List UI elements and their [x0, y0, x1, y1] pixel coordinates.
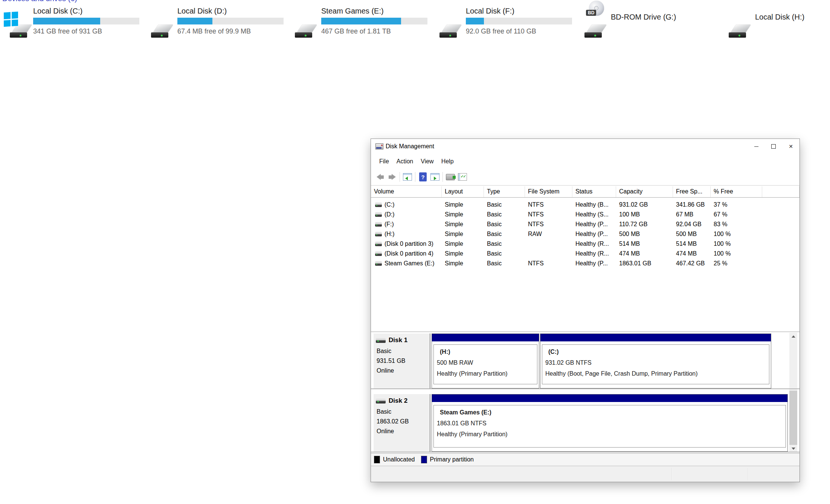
volume-cell: 37 % [711, 201, 762, 208]
column-header-free-sp-[interactable]: Free Sp... [673, 186, 711, 197]
drive-tile[interactable]: Local Disk (F:)92.0 GB free of 110 GB [436, 7, 576, 40]
column-header-layout[interactable]: Layout [442, 186, 484, 197]
volume-row[interactable]: Steam Games (E:)SimpleBasicNTFSHealthy (… [371, 259, 799, 268]
legend-label: Unallocated [383, 456, 415, 463]
capacity-bar [321, 18, 427, 24]
volume-cell: Healthy (R... [572, 250, 616, 257]
volume-cell: 67 MB [673, 211, 711, 218]
menu-item-help[interactable]: Help [438, 157, 458, 166]
partition-color-band [432, 334, 539, 342]
titlebar[interactable]: Disk Management [371, 139, 799, 154]
disk-info-box[interactable]: Disk 2Basic1863.02 GBOnline [374, 394, 430, 452]
partition[interactable]: Steam Games (E:)1863.01 GB NTFSHealthy (… [432, 394, 788, 452]
volume-cell: 25 % [711, 260, 762, 267]
menubar: FileActionViewHelp [371, 154, 799, 169]
column-header--free[interactable]: % Free [711, 186, 762, 197]
volume-name-cell: (H:) [371, 231, 442, 238]
volume-cell: 500 MB [616, 231, 673, 238]
close-button[interactable] [782, 139, 799, 154]
disk-info-box[interactable]: Disk 1Basic931.51 GBOnline [374, 333, 430, 388]
toolbar-popup-button[interactable] [444, 171, 456, 183]
volume-row[interactable]: (Disk 0 partition 3)SimpleBasicHealthy (… [371, 239, 799, 249]
partition[interactable]: (H:)500 MB RAWHealthy (Primary Partition… [432, 333, 539, 388]
volume-cell: 100 % [711, 241, 762, 247]
disk-icon [376, 399, 386, 404]
column-header-file-system[interactable]: File System [525, 186, 572, 197]
toolbar-back-button[interactable] [374, 171, 386, 183]
menu-item-file[interactable]: File [375, 157, 393, 166]
drive-name: Local Disk (H:) [755, 13, 830, 21]
drive-tile[interactable]: Local Disk (H:) [725, 7, 830, 40]
column-header-status[interactable]: Status [572, 186, 616, 197]
statusbar [371, 466, 799, 482]
volume-cell: Basic [484, 221, 525, 228]
toolbar-help-button[interactable]: ? [417, 171, 429, 183]
toolbar-show-action-button[interactable] [429, 171, 441, 183]
column-header-capacity[interactable]: Capacity [616, 186, 673, 197]
drive-tile[interactable]: Steam Games (E:)467 GB free of 1.81 TB [291, 7, 431, 40]
toolbar-console-tree-button[interactable] [401, 171, 413, 183]
volume-cell: 100 % [711, 231, 762, 238]
volume-name-cell: (Disk 0 partition 4) [371, 250, 442, 257]
volume-cell: Healthy (B... [572, 201, 616, 208]
partition-area: Steam Games (E:)1863.01 GB NTFSHealthy (… [432, 394, 788, 452]
hard-drive-icon [725, 7, 755, 40]
drive-name: Local Disk (D:) [177, 7, 287, 15]
menu-item-view[interactable]: View [417, 157, 437, 166]
volume-list-pane: VolumeLayoutTypeFile SystemStatusCapacit… [371, 185, 799, 332]
drive-name: BD-ROM Drive (G:) [611, 13, 721, 21]
volume-cell: Healthy (P... [572, 231, 616, 238]
volume-row[interactable]: (C:)SimpleBasicNTFSHealthy (B...931.02 G… [371, 200, 799, 210]
disk-management-icon [375, 143, 383, 149]
partition-color-band [540, 334, 771, 342]
legend-item: Primary partition [421, 456, 474, 463]
column-header-type[interactable]: Type [484, 186, 525, 197]
toolbar-checklist-button[interactable] [456, 171, 468, 183]
toolbar-forward-button[interactable] [386, 171, 398, 183]
disk-type: Basic [377, 407, 430, 417]
partition-legend: UnallocatedPrimary partition [371, 453, 799, 466]
legend-swatch [421, 456, 427, 463]
legend-swatch [374, 456, 380, 463]
column-header-filler [762, 186, 799, 197]
disk-size: 931.51 GB [377, 356, 430, 366]
volume-name-cell: (D:) [371, 211, 442, 218]
caption-buttons [748, 139, 799, 154]
volume-row[interactable]: (Disk 0 partition 4)SimpleBasicHealthy (… [371, 249, 799, 259]
free-space-text: 341 GB free of 931 GB [33, 27, 143, 35]
volume-cell: 474 MB [673, 250, 711, 257]
menu-item-action[interactable]: Action [393, 157, 417, 166]
hard-drive-icon [3, 7, 33, 40]
capacity-bar-fill [177, 18, 212, 24]
volume-icon [375, 232, 382, 236]
partition-size-line: 500 MB RAW [437, 357, 534, 368]
volume-name-cell: (Disk 0 partition 3) [371, 241, 442, 247]
volume-cell: 92.04 GB [673, 221, 711, 228]
devices-section-header[interactable]: Devices and drives (6) [2, 0, 77, 3]
partition[interactable]: (C:)931.02 GB NTFSHealthy (Boot, Page Fi… [540, 333, 771, 388]
maximize-button[interactable] [765, 139, 782, 154]
drive-tile[interactable]: BDBD-ROM Drive (G:) [581, 7, 721, 40]
volume-cell: Basic [484, 201, 525, 208]
volume-icon [375, 261, 382, 266]
volume-row[interactable]: (D:)SimpleBasicNTFSHealthy (S...100 MB67… [371, 210, 799, 219]
toolbar-separator [400, 172, 400, 182]
volume-cell: NTFS [525, 201, 572, 208]
popup-icon [446, 174, 455, 180]
disk-status: Online [377, 366, 430, 376]
drive-tile[interactable]: Local Disk (D:)67.4 MB free of 99.9 MB [147, 7, 287, 40]
volume-cell: Simple [442, 250, 484, 257]
help-icon: ? [419, 172, 427, 181]
toolbar: ? [371, 169, 799, 185]
partition-title: (C:) [545, 346, 766, 357]
minimize-button[interactable] [748, 139, 765, 154]
volume-cell: Simple [442, 241, 484, 247]
volume-cell: Simple [442, 201, 484, 208]
partition-status-line: Healthy (Primary Partition) [437, 368, 534, 379]
column-header-volume[interactable]: Volume [371, 186, 442, 197]
volume-cell: Basic [484, 260, 525, 267]
toolbar-separator [415, 172, 415, 182]
volume-row[interactable]: (F:)SimpleBasicNTFSHealthy (P...110.72 G… [371, 219, 799, 229]
drive-tile[interactable]: Local Disk (C:)341 GB free of 931 GB [3, 7, 143, 40]
volume-row[interactable]: (H:)SimpleBasicRAWHealthy (P...500 MB500… [371, 229, 799, 239]
